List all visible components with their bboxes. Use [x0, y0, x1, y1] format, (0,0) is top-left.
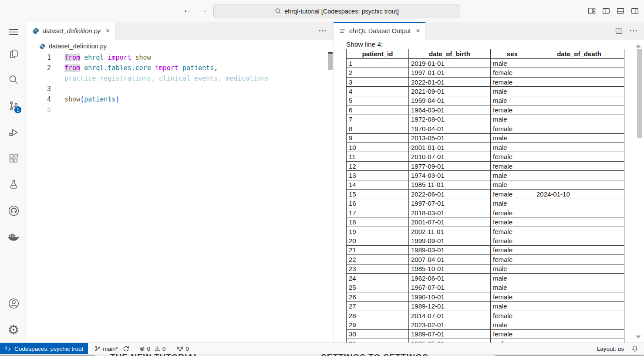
- table-cell: [534, 105, 624, 115]
- table-cell: [534, 208, 624, 217]
- editor-scrollbar-thumb[interactable]: [328, 54, 333, 70]
- ports-status-item[interactable]: 0: [177, 346, 189, 352]
- breadcrumb[interactable]: dataset_definition.py: [27, 40, 334, 52]
- editor-tab-strip: dataset_definition.py × ···: [27, 22, 334, 40]
- scroll-down-arrow[interactable]: [636, 336, 641, 339]
- table-cell: 1985-10-01: [409, 264, 491, 273]
- history-back-button[interactable]: ←: [183, 4, 192, 15]
- table-cell: 26: [347, 292, 409, 301]
- sidebar-item-explorer[interactable]: [0, 47, 27, 60]
- table-cell: 14: [347, 180, 409, 189]
- table-cell: 2001-01-01: [409, 142, 491, 152]
- problems-status-item[interactable]: ⊗ 0 ⚠ 0: [140, 346, 165, 352]
- table-cell: male: [491, 115, 534, 124]
- sidebar-item-github[interactable]: [0, 204, 27, 217]
- sidebar-item-source-control[interactable]: 1: [0, 99, 27, 112]
- vscode-window: ← → ehrql-tutorial [Codespaces: psychic …: [0, 0, 644, 356]
- table-cell: [534, 283, 624, 292]
- table-cell: [534, 329, 624, 339]
- scroll-up-arrow[interactable]: [636, 44, 641, 47]
- toggle-panel-icon[interactable]: [617, 7, 624, 15]
- code-line[interactable]: practice_registrations, clinical_events,…: [27, 73, 334, 84]
- remote-icon: [5, 346, 11, 352]
- column-header: date_of_birth: [409, 49, 491, 59]
- line-number: 2: [27, 64, 51, 72]
- table-cell: 2013-05-01: [409, 133, 491, 142]
- table-cell: 1967-07-01: [409, 283, 491, 292]
- menu-button[interactable]: [0, 25, 27, 38]
- table-row: 121977-09-01female: [347, 161, 624, 170]
- sidebar-item-testing[interactable]: [0, 178, 27, 191]
- table-header-row: patient_iddate_of_birthsexdate_of_death: [347, 49, 624, 59]
- activity-bar: 1: [0, 22, 27, 342]
- table-cell: 27: [347, 302, 409, 311]
- table-cell: female: [491, 245, 534, 254]
- accounts-button[interactable]: [0, 297, 27, 310]
- table-row: 292023-02-01male: [347, 320, 624, 329]
- table-cell: 2018-03-01: [409, 208, 491, 217]
- clipped-text-left: THE NEW TUTORIAL: [110, 354, 199, 356]
- toggle-secondary-sidebar-icon[interactable]: [631, 7, 639, 15]
- sidebar-item-docker[interactable]: [0, 230, 27, 243]
- editor-tabstrip-filler: ···: [115, 22, 334, 40]
- table-cell: [534, 96, 624, 105]
- code-line[interactable]: 3: [27, 84, 334, 94]
- table-row: 112010-07-01female: [347, 152, 624, 161]
- panel-tabstrip-filler: ···: [426, 22, 644, 40]
- table-cell: [534, 133, 624, 142]
- table-cell: male: [491, 302, 534, 311]
- table-cell: [534, 115, 624, 124]
- sidebar-item-run-debug[interactable]: [0, 126, 27, 139]
- column-header: patient_id: [347, 49, 409, 59]
- code-editor[interactable]: 1from ehrql import show2from ehrql.table…: [27, 52, 334, 342]
- close-icon[interactable]: ×: [416, 27, 420, 35]
- title-bar: ← → ehrql-tutorial [Codespaces: psychic …: [0, 0, 644, 22]
- table-cell: [534, 236, 624, 245]
- code-line[interactable]: 2from ehrql.tables.core import patients,: [27, 63, 334, 73]
- table-cell: male: [491, 180, 534, 189]
- table-cell: 16: [347, 199, 409, 208]
- tab-ehrql-dataset-output[interactable]: ehrQL Dataset Output ×: [334, 22, 426, 40]
- more-actions-icon[interactable]: ···: [630, 27, 638, 35]
- table-cell: 28: [347, 311, 409, 320]
- table-cell: 1964-03-01: [409, 105, 491, 115]
- more-actions-icon[interactable]: ···: [319, 27, 327, 35]
- webview-scrollbar-thumb[interactable]: [637, 49, 642, 138]
- command-center-search[interactable]: ehrql-tutorial [Codespaces: psychic trou…: [213, 4, 460, 18]
- search-magnifier-icon: [8, 74, 19, 85]
- table-row: 192002-11-01female: [347, 227, 624, 236]
- branch-status-item[interactable]: main*: [94, 346, 129, 352]
- table-cell: female: [491, 311, 534, 320]
- customize-layout-icon[interactable]: [588, 7, 596, 15]
- python-file-icon: [39, 43, 46, 50]
- close-icon[interactable]: ×: [106, 27, 110, 35]
- table-row: 131974-03-01male: [347, 171, 624, 180]
- table-cell: 29: [347, 320, 409, 329]
- gear-icon: ⚙: [8, 323, 20, 336]
- table-cell: 3: [347, 77, 409, 86]
- bell-icon[interactable]: [631, 345, 638, 352]
- remote-indicator[interactable]: Codespaces: psychic trout: [0, 343, 88, 354]
- code-line[interactable]: 5: [27, 105, 334, 115]
- code-line[interactable]: 1from ehrql import show: [27, 52, 334, 63]
- table-cell: 1989-07-01: [409, 329, 491, 339]
- split-editor-icon[interactable]: [615, 27, 623, 34]
- table-cell: [534, 339, 624, 342]
- run-debug-icon: [8, 127, 19, 138]
- radio-tower-icon: [177, 346, 183, 352]
- history-forward-button[interactable]: →: [199, 4, 208, 15]
- keyboard-layout-item[interactable]: Layout: us: [597, 346, 624, 352]
- sidebar-item-search[interactable]: [0, 73, 27, 86]
- toggle-primary-sidebar-icon[interactable]: [602, 7, 610, 15]
- tab-dataset-definition[interactable]: dataset_definition.py ×: [27, 22, 115, 40]
- table-cell: male: [491, 59, 534, 68]
- sidebar-item-extensions[interactable]: [0, 152, 27, 165]
- search-icon: [275, 8, 281, 14]
- sync-icon[interactable]: [123, 346, 129, 352]
- code-line[interactable]: 4show(patients): [27, 94, 334, 105]
- table-row: 21997-01-01female: [347, 68, 624, 77]
- table-cell: 2007-04-01: [409, 255, 491, 264]
- settings-button[interactable]: ⚙: [0, 323, 27, 336]
- table-cell: 2022-06-01: [409, 190, 491, 199]
- tab-label: dataset_definition.py: [43, 27, 101, 34]
